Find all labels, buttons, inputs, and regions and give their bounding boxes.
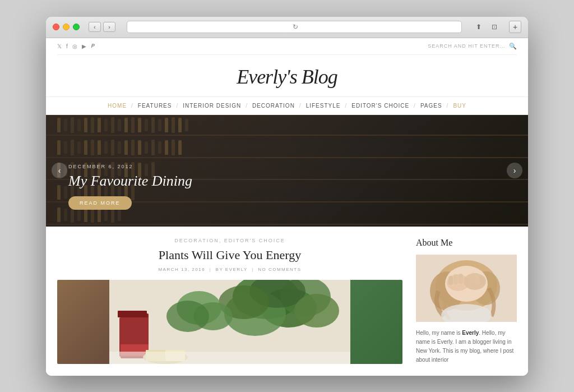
sidebar: About Me xyxy=(416,238,517,365)
nav-sep-7: / xyxy=(447,103,449,109)
new-tab-button[interactable]: + xyxy=(509,21,521,33)
hero-slider: DECEMBER 6, 2012 My Favourite Dining REA… xyxy=(46,115,528,227)
about-me-image xyxy=(416,255,517,322)
nav-home[interactable]: HOME xyxy=(104,103,130,109)
address-bar[interactable]: ↻ xyxy=(127,21,462,33)
svg-point-17 xyxy=(166,301,209,332)
nav-editors-choice[interactable]: EDITOR'S CHOICE xyxy=(348,103,413,109)
post-date: MARCH 13, 2016 xyxy=(158,267,205,272)
author-name: Everly xyxy=(462,330,479,336)
hero-title: My Favourite Dining xyxy=(68,173,192,190)
post-comments[interactable]: NO COMMENTS xyxy=(258,267,301,272)
website-content: 𝕏 f ◎ ▶ 𝙋 SEARCH AND HIT ENTER... 🔍 Ever… xyxy=(46,38,528,376)
post-title[interactable]: Plants Will Give You Energy xyxy=(57,248,402,262)
svg-rect-30 xyxy=(470,274,474,284)
post-meta: MARCH 13, 2016 | BY EVERLY | NO COMMENTS xyxy=(57,267,402,272)
svg-rect-28 xyxy=(453,274,458,284)
post-author[interactable]: BY EVERLY xyxy=(216,267,248,272)
about-me-title: About Me xyxy=(416,238,517,248)
search-label: SEARCH AND HIT ENTER... xyxy=(428,43,506,49)
nav-buy[interactable]: BUY xyxy=(450,103,470,109)
pinterest-icon[interactable]: 𝙋 xyxy=(91,43,94,49)
blog-posts: DECORATION, EDITOR'S CHOICE Plants Will … xyxy=(57,238,402,365)
refresh-icon[interactable]: ↻ xyxy=(293,23,298,31)
svg-rect-2 xyxy=(118,311,147,317)
svg-rect-32 xyxy=(480,276,484,285)
twitter-icon[interactable]: 𝕏 xyxy=(57,43,62,49)
instagram-icon[interactable]: ◎ xyxy=(72,43,77,49)
post-categories: DECORATION, EDITOR'S CHOICE xyxy=(57,238,402,243)
youtube-icon[interactable]: ▶ xyxy=(82,43,86,49)
site-header: 𝕏 f ◎ ▶ 𝙋 SEARCH AND HIT ENTER... 🔍 Ever… xyxy=(46,38,528,96)
nav-features[interactable]: FEATURES xyxy=(135,103,175,109)
traffic-lights xyxy=(53,24,80,30)
nav-buttons: ‹ › xyxy=(89,22,115,32)
nav-sep-6: / xyxy=(414,103,416,109)
svg-point-13 xyxy=(294,294,339,328)
nav-lifestyle[interactable]: LIFESTYLE xyxy=(303,103,344,109)
nav-sep-1: / xyxy=(131,103,133,109)
top-bar: 𝕏 f ◎ ▶ 𝙋 SEARCH AND HIT ENTER... 🔍 xyxy=(57,38,517,55)
site-nav: HOME / FEATURES / INTERIOR DESIGN / DECO… xyxy=(46,96,528,115)
close-button[interactable] xyxy=(53,24,59,30)
hero-content: DECEMBER 6, 2012 My Favourite Dining REA… xyxy=(68,164,192,210)
nav-interior-design[interactable]: INTERIOR DESIGN xyxy=(179,103,244,109)
title-bar: ‹ › ↻ ⬆ ⊡ + xyxy=(46,17,528,38)
blog-title: Everly's Blog xyxy=(57,55,517,96)
nav-items: HOME / FEATURES / INTERIOR DESIGN / DECO… xyxy=(46,103,528,109)
social-icons: 𝕏 f ◎ ▶ 𝙋 xyxy=(57,43,94,49)
svg-rect-31 xyxy=(475,274,479,284)
back-button[interactable]: ‹ xyxy=(89,22,101,32)
read-more-button[interactable]: READ MORE xyxy=(68,196,132,210)
mac-window: ‹ › ↻ ⬆ ⊡ + 𝕏 f ◎ ▶ 𝙋 xyxy=(46,17,528,376)
about-image-svg xyxy=(416,255,517,322)
share-icon[interactable]: ⬆ xyxy=(473,21,484,33)
forward-button[interactable]: › xyxy=(103,22,115,32)
post-featured-image[interactable] xyxy=(57,280,402,364)
hero-background: DECEMBER 6, 2012 My Favourite Dining REA… xyxy=(46,115,528,227)
maximize-button[interactable] xyxy=(73,24,80,30)
slider-prev-button[interactable]: ‹ xyxy=(52,163,67,178)
post-image-svg xyxy=(57,280,402,364)
nav-decoration[interactable]: DECORATION xyxy=(249,103,298,109)
toolbar-icons: ⬆ ⊡ + xyxy=(473,21,521,33)
search-icon[interactable]: 🔍 xyxy=(509,43,517,50)
hero-date: DECEMBER 6, 2012 xyxy=(68,164,192,169)
svg-rect-29 xyxy=(459,274,463,284)
minimize-button[interactable] xyxy=(63,24,70,30)
about-me-text: Hello, my name is Everly. Hello, my name… xyxy=(416,329,517,365)
nav-sep-2: / xyxy=(176,103,178,109)
slider-next-button[interactable]: › xyxy=(507,163,522,178)
nav-sep-5: / xyxy=(345,103,347,109)
svg-rect-18 xyxy=(109,352,350,364)
nav-sep-4: / xyxy=(299,103,302,109)
bookmark-icon[interactable]: ⊡ xyxy=(489,21,500,33)
facebook-icon[interactable]: f xyxy=(66,43,68,49)
nav-pages[interactable]: PAGES xyxy=(417,103,446,109)
svg-rect-27 xyxy=(448,276,453,285)
nav-sep-3: / xyxy=(246,103,248,109)
main-content: DECORATION, EDITOR'S CHOICE Plants Will … xyxy=(46,227,528,376)
search-area: SEARCH AND HIT ENTER... 🔍 xyxy=(428,43,517,50)
